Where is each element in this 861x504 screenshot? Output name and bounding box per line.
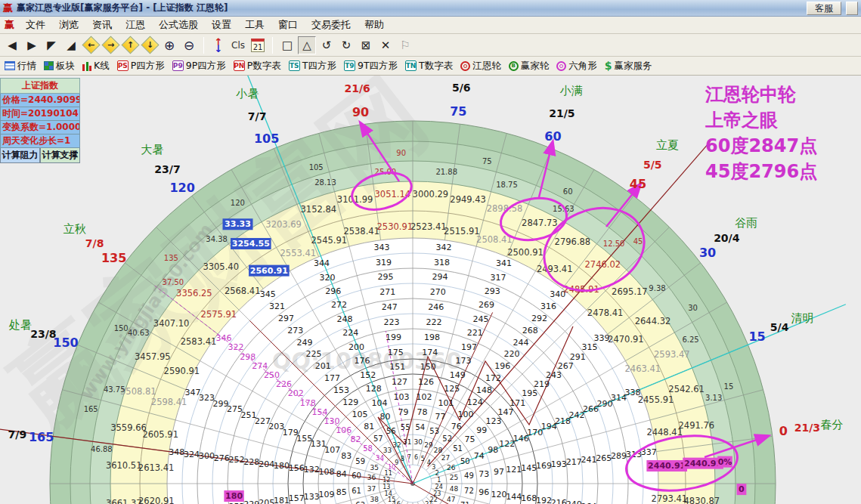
svg-text:53: 53 <box>429 427 439 435</box>
pointer-up-icon[interactable]: ◤ <box>42 36 60 54</box>
svg-text:13: 13 <box>382 484 390 490</box>
svg-text:3.13: 3.13 <box>705 394 722 402</box>
calendar-icon[interactable]: 21 <box>249 36 267 54</box>
toolbar-p-table[interactable]: PNP数字表 <box>234 60 281 73</box>
svg-text:2613.41: 2613.41 <box>138 462 175 473</box>
flag-icon[interactable]: ⚐ <box>396 36 414 54</box>
svg-text:1: 1 <box>437 477 441 484</box>
svg-text:23/7: 23/7 <box>154 163 180 175</box>
forward-icon[interactable]: ▶ <box>23 36 41 54</box>
menu-0[interactable]: 文件 <box>19 17 52 33</box>
svg-text:50: 50 <box>460 457 470 465</box>
svg-text:3559.66: 3559.66 <box>110 422 147 433</box>
toolbar-gann-wheel[interactable]: 江恩轮 <box>460 60 501 73</box>
svg-text:126: 126 <box>418 377 434 387</box>
svg-text:2455.91: 2455.91 <box>638 394 674 405</box>
svg-text:3254.55: 3254.55 <box>232 239 270 249</box>
svg-text:177: 177 <box>324 373 340 383</box>
svg-text:2605.91: 2605.91 <box>142 429 178 440</box>
toolbar-quotes[interactable]: 行情 <box>5 60 36 73</box>
svg-text:45: 45 <box>630 177 646 191</box>
svg-text:3: 3 <box>432 464 435 471</box>
svg-text:102: 102 <box>417 392 432 402</box>
diamond-left-icon[interactable]: ← <box>82 36 100 54</box>
menu-2[interactable]: 资讯 <box>85 17 119 33</box>
pointer-down-icon[interactable]: ◢ <box>62 36 80 54</box>
svg-text:270: 270 <box>430 287 446 297</box>
toolbar-sectors[interactable]: 板块 <box>44 60 75 73</box>
calc-resistance-button[interactable]: 计算阻力 <box>0 148 40 163</box>
zoom-out-icon[interactable]: ⊖ <box>180 36 198 54</box>
diamond-right-icon[interactable]: → <box>101 36 119 54</box>
svg-text:197: 197 <box>461 342 477 352</box>
svg-text:121: 121 <box>506 465 522 475</box>
svg-text:3152.84: 3152.84 <box>301 204 337 215</box>
svg-text:104: 104 <box>372 398 388 408</box>
menu-4[interactable]: 公式选股 <box>152 17 205 33</box>
toolbar-p-square[interactable]: PSP四方形 <box>117 60 165 73</box>
toolbar-winner-wheel[interactable]: B赢家轮 <box>509 60 550 73</box>
svg-text:224: 224 <box>342 328 358 338</box>
calc-support-button[interactable]: 计算支撑 <box>40 148 80 163</box>
svg-text:15: 15 <box>748 329 765 344</box>
rotate-ccw-icon[interactable]: ↺ <box>317 36 336 54</box>
updown-arrows-icon[interactable]: ↑↓ <box>209 36 228 54</box>
zoom-in-icon[interactable]: ⊕ <box>160 36 178 54</box>
svg-text:28: 28 <box>434 447 443 454</box>
svg-text:103: 103 <box>394 392 410 402</box>
menu-9[interactable]: 帮助 <box>358 17 391 33</box>
svg-text:48: 48 <box>450 485 459 493</box>
svg-text:30: 30 <box>688 304 698 312</box>
svg-text:5/6: 5/6 <box>452 82 471 94</box>
menu-6[interactable]: 工具 <box>238 17 271 33</box>
svg-text:20/4: 20/4 <box>714 232 740 244</box>
menu-7[interactable]: 窗口 <box>271 17 305 33</box>
triangle-tool-icon[interactable]: △ <box>298 36 316 54</box>
svg-text:268: 268 <box>522 326 538 335</box>
svg-text:108: 108 <box>319 467 335 477</box>
svg-text:201: 201 <box>315 361 331 371</box>
svg-text:49: 49 <box>464 472 474 480</box>
cls-button[interactable]: Cls <box>229 36 247 54</box>
menu-5[interactable]: 设置 <box>205 17 238 33</box>
diamond-up-icon[interactable]: ↑ <box>121 36 139 54</box>
toolbar-t-square[interactable]: TST四方形 <box>289 60 336 73</box>
toolbar-t-table[interactable]: TNT数字表 <box>405 60 453 73</box>
svg-text:181: 181 <box>274 496 290 504</box>
cross-tool-icon[interactable]: ✕ <box>376 36 395 54</box>
toolbar-9p-square[interactable]: P99P四方形 <box>172 60 226 73</box>
svg-text:4: 4 <box>427 459 431 466</box>
svg-text:2598.41: 2598.41 <box>151 397 187 407</box>
svg-text:175: 175 <box>388 348 404 357</box>
menu-3[interactable]: 江恩 <box>119 17 152 33</box>
svg-text:76: 76 <box>451 422 462 431</box>
rectangle-tool-icon[interactable]: □ <box>278 36 296 54</box>
toolbar-service[interactable]: $赢家服务 <box>605 60 652 73</box>
svg-text:144: 144 <box>506 492 522 502</box>
svg-text:298: 298 <box>240 352 256 362</box>
partial-right-button[interactable] <box>846 2 858 15</box>
back-icon[interactable]: ◀ <box>3 36 21 54</box>
svg-text:79: 79 <box>398 407 409 417</box>
svg-text:51: 51 <box>453 444 463 453</box>
svg-text:62: 62 <box>355 501 365 504</box>
customer-service-button[interactable]: 客服 <box>807 2 841 15</box>
toolbar-hexagon[interactable]: 六角形 <box>556 60 597 73</box>
blocks-icon <box>44 61 54 70</box>
menu-1[interactable]: 浏览 <box>52 17 85 33</box>
svg-text:250: 250 <box>264 370 280 380</box>
svg-text:223: 223 <box>383 317 399 327</box>
toolbar-kline[interactable]: K线 <box>82 60 110 73</box>
svg-text:2583.41: 2583.41 <box>181 336 217 347</box>
toolbar-9t-square[interactable]: T99T四方形 <box>344 60 398 73</box>
svg-text:251: 251 <box>240 410 256 420</box>
diamond-down-icon[interactable]: ↓ <box>141 36 159 54</box>
box-x-icon[interactable]: ⊠ <box>357 36 375 54</box>
svg-text:321: 321 <box>269 301 285 311</box>
svg-text:342: 342 <box>436 243 452 252</box>
svg-text:348: 348 <box>169 447 184 457</box>
svg-text:21/5: 21/5 <box>549 107 575 119</box>
rotate-cw-icon[interactable]: ↻ <box>337 36 355 54</box>
menu-8[interactable]: 交易委托 <box>305 17 358 33</box>
P9-icon: P9 <box>172 60 184 71</box>
